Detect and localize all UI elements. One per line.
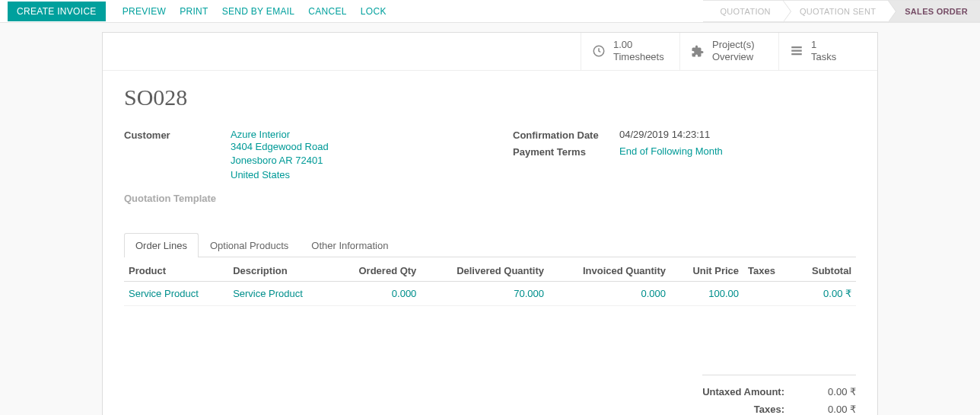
payment-terms-value[interactable]: End of Following Month bbox=[619, 145, 856, 158]
stat-buttons-row: 1.00 Timesheets Project(s) Overview 1 bbox=[103, 33, 877, 71]
cell-ordered-qty[interactable]: 0.000 bbox=[332, 282, 421, 306]
status-step-sales-order[interactable]: SALES ORDER bbox=[888, 0, 980, 22]
send-by-email-button[interactable]: SEND BY EMAIL bbox=[222, 6, 295, 17]
quotation-template-value[interactable] bbox=[231, 192, 467, 204]
tab-optional-products[interactable]: Optional Products bbox=[199, 233, 300, 257]
order-name: SO028 bbox=[124, 85, 856, 110]
quotation-template-label: Quotation Template bbox=[124, 192, 231, 204]
col-product: Product bbox=[124, 257, 228, 282]
create-invoice-button[interactable]: CREATE INVOICE bbox=[8, 2, 106, 21]
taxes-total-label: Taxes: bbox=[702, 404, 784, 415]
cell-description[interactable]: Service Product bbox=[228, 282, 332, 306]
tasks-label: Tasks bbox=[811, 51, 836, 63]
table-row[interactable]: Service Product Service Product 0.000 70… bbox=[124, 282, 856, 306]
customer-address-line2: Jonesboro AR 72401 bbox=[231, 154, 467, 168]
status-steps: QUOTATION QUOTATION SENT SALES ORDER bbox=[703, 0, 980, 22]
clock-icon bbox=[592, 44, 606, 58]
svg-rect-2 bbox=[791, 50, 802, 52]
col-taxes: Taxes bbox=[743, 257, 791, 282]
projects-label-line2: Overview bbox=[712, 51, 755, 63]
tab-order-lines[interactable]: Order Lines bbox=[124, 233, 199, 257]
svg-rect-1 bbox=[791, 46, 802, 48]
tabs: Order Lines Optional Products Other Info… bbox=[124, 233, 856, 257]
untaxed-amount-label: Untaxed Amount: bbox=[702, 386, 784, 397]
status-bar: CREATE INVOICE PREVIEW PRINT SEND BY EMA… bbox=[0, 0, 980, 23]
status-step-quotation-sent[interactable]: QUOTATION SENT bbox=[783, 0, 888, 22]
print-button[interactable]: PRINT bbox=[180, 6, 208, 17]
tasks-icon bbox=[790, 44, 803, 58]
status-step-quotation[interactable]: QUOTATION bbox=[703, 0, 782, 22]
cell-subtotal[interactable]: 0.00 ₹ bbox=[791, 282, 856, 306]
preview-button[interactable]: PREVIEW bbox=[123, 6, 166, 17]
customer-country: United States bbox=[231, 168, 467, 183]
col-subtotal: Subtotal bbox=[791, 257, 856, 282]
cell-delivered-qty[interactable]: 70.000 bbox=[421, 282, 549, 306]
cell-unit-price[interactable]: 100.00 bbox=[670, 282, 743, 306]
col-unit-price: Unit Price bbox=[670, 257, 743, 282]
puzzle-icon bbox=[691, 44, 705, 58]
confirmation-date-value: 04/29/2019 14:23:11 bbox=[619, 129, 856, 141]
projects-label-line1: Project(s) bbox=[712, 39, 755, 51]
col-ordered-qty: Ordered Qty bbox=[332, 257, 421, 282]
col-description: Description bbox=[228, 257, 332, 282]
projects-stat-button[interactable]: Project(s) Overview bbox=[679, 33, 778, 70]
cell-product[interactable]: Service Product bbox=[124, 282, 228, 306]
cancel-button[interactable]: CANCEL bbox=[308, 6, 346, 17]
col-delivered-qty: Delivered Quantity bbox=[421, 257, 549, 282]
tasks-stat-button[interactable]: 1 Tasks bbox=[778, 33, 877, 70]
timesheets-stat-button[interactable]: 1.00 Timesheets bbox=[581, 33, 679, 70]
svg-rect-3 bbox=[791, 53, 802, 55]
lock-button[interactable]: LOCK bbox=[361, 6, 387, 17]
taxes-total-value: 0.00 ₹ bbox=[803, 404, 856, 415]
form-sheet: 1.00 Timesheets Project(s) Overview 1 bbox=[102, 32, 878, 415]
customer-label: Customer bbox=[124, 129, 231, 184]
tab-other-information[interactable]: Other Information bbox=[300, 233, 399, 257]
payment-terms-label: Payment Terms bbox=[513, 145, 619, 158]
customer-name-link[interactable]: Azure Interior bbox=[231, 129, 467, 140]
totals-block: Untaxed Amount: 0.00 ₹ Taxes: 0.00 ₹ Tot… bbox=[124, 375, 856, 415]
untaxed-amount-value: 0.00 ₹ bbox=[803, 386, 856, 397]
confirmation-date-label: Confirmation Date bbox=[513, 129, 619, 141]
timesheets-value: 1.00 bbox=[613, 39, 664, 51]
customer-address-line1: 3404 Edgewood Road bbox=[231, 140, 467, 155]
cell-taxes[interactable] bbox=[743, 282, 791, 306]
timesheets-label: Timesheets bbox=[613, 51, 664, 63]
order-lines-table: Product Description Ordered Qty Delivere… bbox=[124, 257, 856, 306]
action-buttons: CREATE INVOICE PREVIEW PRINT SEND BY EMA… bbox=[8, 2, 387, 21]
tasks-value: 1 bbox=[811, 39, 836, 51]
cell-invoiced-qty[interactable]: 0.000 bbox=[549, 282, 670, 306]
col-invoiced-qty: Invoiced Quantity bbox=[549, 257, 670, 282]
